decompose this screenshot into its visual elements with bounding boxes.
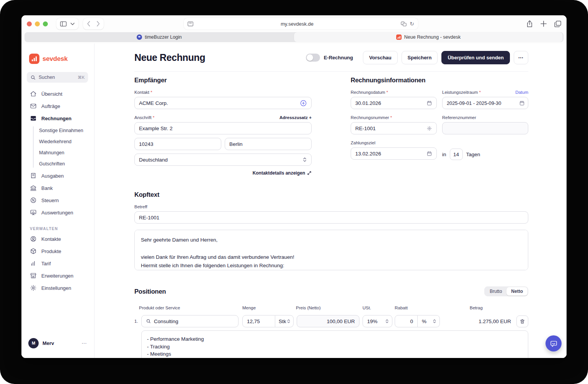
tab-timebuzzer[interactable]: timeBuzzer Login — [24, 32, 294, 42]
rechnungsdatum-field[interactable] — [351, 97, 437, 109]
calendar-icon[interactable] — [426, 100, 432, 106]
rechnungsdatum-input[interactable] — [355, 100, 423, 106]
vorschau-button[interactable]: Vorschau — [363, 51, 397, 64]
sidebar-item-auftraege[interactable]: Aufträge — [21, 100, 94, 112]
zoom-window-button[interactable] — [43, 21, 48, 26]
app-sidebar: sevdesk Suchen ⌘K Übersicht Aufträge Re — [21, 44, 95, 358]
minimize-window-button[interactable] — [35, 21, 40, 26]
cube-icon — [30, 248, 37, 255]
forward-button[interactable] — [96, 21, 100, 26]
menge-input[interactable] — [247, 319, 271, 324]
rabatt-input[interactable] — [399, 319, 413, 324]
more-actions-button[interactable]: ⋯ — [514, 51, 528, 64]
betreff-input[interactable] — [139, 215, 524, 221]
einheit-select[interactable]: Stk — [275, 315, 294, 327]
kontakt-input[interactable] — [139, 100, 297, 106]
search-placeholder: Suchen — [39, 75, 55, 80]
url-bar[interactable]: my.sevdesk.de ↻ — [184, 18, 418, 29]
strasse-input[interactable] — [139, 126, 307, 131]
strasse-field[interactable] — [134, 122, 312, 134]
tab-strip: timeBuzzer Login Neue Rechnung - sevdesk — [21, 32, 567, 45]
browser-toolbar: my.sevdesk.de ↻ — [21, 15, 567, 32]
leistungszeitraum-input[interactable] — [447, 100, 518, 106]
kontaktdetails-link[interactable]: Kontaktdetails anzeigen — [134, 170, 312, 176]
calendar-icon[interactable] — [426, 151, 432, 157]
close-window-button[interactable] — [27, 21, 32, 26]
tage-input[interactable] — [451, 151, 462, 158]
rechnungsnummer-field[interactable] — [351, 122, 437, 134]
erechnung-toggle[interactable] — [306, 54, 320, 62]
plz-input[interactable] — [139, 141, 217, 147]
safari-sidebar-toggle[interactable] — [56, 18, 78, 29]
sevdesk-logo[interactable]: sevdesk — [29, 54, 94, 64]
betrag-value: 1.275,00 EUR — [440, 319, 516, 324]
sidebar-item-auswertungen[interactable]: Auswertungen — [21, 206, 94, 219]
url-text[interactable]: my.sevdesk.de — [193, 21, 401, 27]
sidebar-item-uebersicht[interactable]: Übersicht — [21, 88, 94, 100]
referenznummer-input[interactable] — [447, 126, 524, 131]
leistungszeitraum-field[interactable] — [442, 97, 528, 109]
sidebar-item-bank[interactable]: Bank — [21, 182, 94, 194]
support-chat-button[interactable] — [546, 335, 562, 351]
menge-field[interactable] — [242, 315, 275, 327]
sidebar-item-mahnungen[interactable]: Mahnungen — [21, 147, 94, 158]
sidebar-item-steuern[interactable]: Steuern — [21, 194, 94, 206]
sidebar-item-gutschriften[interactable]: Gutschriften — [21, 158, 94, 169]
zahlungsziel-field[interactable] — [351, 147, 437, 160]
netto-option[interactable]: Netto — [506, 287, 528, 296]
sidebar-item-sonstige-einnahmen[interactable]: Sonstige Einnahmen — [21, 125, 94, 136]
sidebar-item-produkte[interactable]: Produkte — [21, 245, 94, 257]
referenznummer-field[interactable] — [442, 122, 528, 134]
user-profile[interactable]: M Merv ⋯ — [21, 333, 94, 358]
tab-sevdesk[interactable]: Neue Rechnung - sevdesk — [294, 32, 563, 42]
sidebar-item-ausgaben[interactable]: Ausgaben — [21, 170, 94, 182]
new-tab-icon[interactable] — [541, 21, 547, 27]
search-input[interactable]: Suchen ⌘K — [27, 72, 88, 83]
sidebar-item-erweiterungen[interactable]: Erweiterungen — [21, 270, 94, 282]
sidebar-item-einstellungen[interactable]: Einstellungen — [21, 282, 94, 294]
reload-icon[interactable]: ↻ — [410, 21, 414, 27]
gear-icon — [30, 284, 37, 291]
delete-position-button[interactable] — [516, 315, 528, 327]
sidebar-item-wiederkehrend[interactable]: Wiederkehrend — [21, 136, 94, 147]
translate-icon[interactable] — [401, 21, 407, 26]
rabatt-field[interactable] — [395, 315, 418, 327]
gear-small-icon[interactable] — [426, 126, 432, 131]
reader-icon[interactable] — [188, 21, 193, 26]
erechnung-label: E-Rechnung — [324, 55, 353, 60]
datum-link[interactable]: Datum — [515, 90, 528, 95]
zahlungsziel-input[interactable] — [355, 151, 423, 157]
send-button[interactable]: Überprüfen und senden — [441, 51, 510, 64]
speichern-button[interactable]: Speichern — [402, 51, 438, 64]
betreff-field[interactable] — [134, 211, 528, 224]
product-field[interactable] — [141, 315, 238, 327]
user-menu-button[interactable]: ⋯ — [82, 340, 87, 346]
preis-input[interactable] — [301, 319, 355, 324]
kontakt-field[interactable] — [134, 97, 312, 109]
bars-chart-icon — [30, 260, 37, 267]
ust-select[interactable]: 19% — [363, 315, 392, 327]
brutto-option[interactable]: Brutto — [485, 287, 506, 296]
product-input[interactable] — [154, 319, 234, 324]
ort-input[interactable] — [229, 141, 307, 147]
ort-field[interactable] — [225, 138, 312, 150]
tab-overview-icon[interactable] — [554, 21, 561, 27]
preis-field[interactable] — [297, 315, 359, 327]
share-icon[interactable] — [526, 20, 533, 28]
calendar-icon[interactable] — [519, 100, 525, 106]
sidebar-item-tarif[interactable]: Tarif — [21, 257, 94, 270]
rechnungsdatum-label: Rechnungsdatum — [351, 90, 388, 95]
sidebar-item-rechnungen[interactable]: Rechnungen — [21, 112, 94, 124]
add-contact-icon[interactable] — [300, 100, 307, 107]
kopftext-body-textarea[interactable] — [134, 230, 528, 270]
position-description-textarea[interactable] — [141, 330, 528, 358]
plz-field[interactable] — [134, 138, 221, 150]
inbox-icon — [30, 115, 37, 122]
adresszusatz-link[interactable]: Adresszusatz + — [279, 115, 312, 120]
rechnungsnummer-input[interactable] — [355, 126, 423, 131]
sidebar-item-kontakte[interactable]: Kontakte — [21, 233, 94, 245]
back-button[interactable] — [87, 21, 90, 26]
land-select[interactable]: Deutschland — [134, 154, 312, 166]
zahlungsziel-tage-field[interactable] — [450, 149, 463, 160]
rabatt-einheit-select[interactable]: % — [418, 315, 440, 327]
